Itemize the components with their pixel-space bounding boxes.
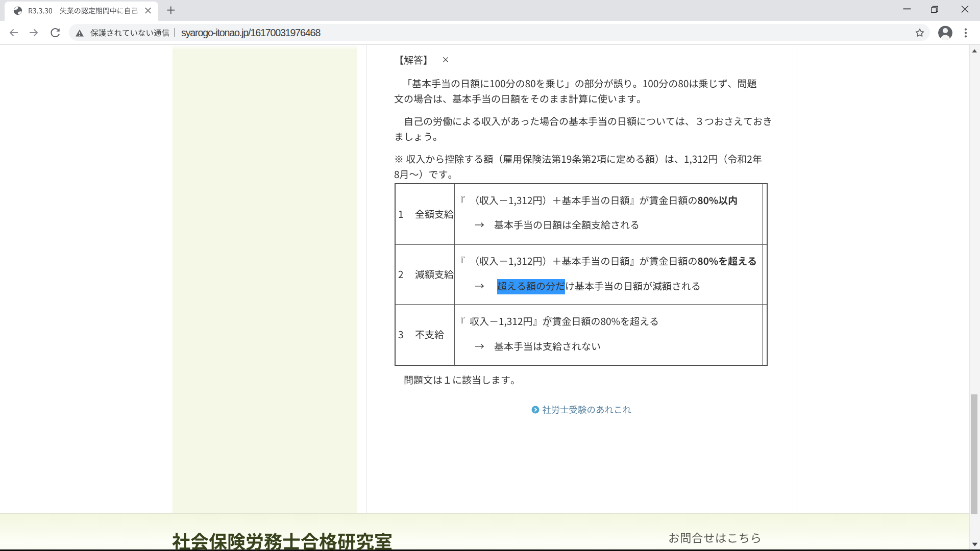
svg-text:syarogo-itonao.jp/161700319764: syarogo-itonao.jp/16170031976468: [181, 27, 321, 38]
